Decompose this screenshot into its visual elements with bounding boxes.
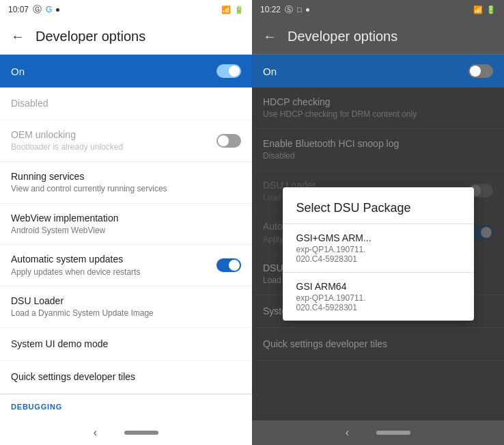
on-toggle-left[interactable] xyxy=(216,64,241,78)
status-icon-r2: □ xyxy=(297,5,302,14)
g-icon: Ⓖ xyxy=(33,3,42,16)
nav-home-pill-right[interactable] xyxy=(376,431,410,435)
dsu-loader-subtitle-left: Load a Dyanmic System Update Image xyxy=(11,308,241,319)
running-services-title: Running services xyxy=(11,170,241,183)
battery-icon-right: 🔋 xyxy=(486,5,496,14)
dialog-item-gsi-arm64[interactable]: GSI ARM64 exp-QP1A.190711.020.C4-5928301 xyxy=(283,272,474,321)
debugging-section-header: DEBUGGING xyxy=(0,394,252,414)
on-label-left: On xyxy=(11,66,25,77)
quick-settings-title-left: Quick settings developer tiles xyxy=(11,370,241,383)
gsi-arm64-title: GSI ARM64 xyxy=(296,281,460,292)
dot-icon-right xyxy=(306,8,309,12)
page-title-right: Developer options xyxy=(288,29,397,44)
auto-updates-title-left: Automatic system updates xyxy=(11,253,216,265)
nav-bar-right: ‹ xyxy=(252,420,504,445)
left-phone: 10:07 Ⓖ G 📶 🔋 ← Developer options On Dis… xyxy=(0,0,252,445)
auto-updates-toggle-left[interactable] xyxy=(216,258,241,272)
setting-usb-debugging[interactable]: USB debugging Debug mode when USB is con… xyxy=(0,414,252,420)
setting-system-ui-demo-left[interactable]: System UI demo mode xyxy=(0,328,252,361)
dsu-loader-title-left: DSU Loader xyxy=(11,295,241,307)
dialog-item-gsi-gms[interactable]: GSI+GMS ARM... exp-QP1A.190711.020.C4-59… xyxy=(283,224,474,272)
header-right: ← Developer options xyxy=(252,19,504,55)
oem-unlocking-subtitle: Bootloader is already unlocked xyxy=(11,142,216,153)
status-bar-left: 10:07 Ⓖ G 📶 🔋 xyxy=(0,0,252,19)
back-button-right[interactable]: ← xyxy=(263,29,277,44)
setting-auto-updates-left[interactable]: Automatic system updates Apply updates w… xyxy=(0,245,252,286)
battery-icon: 🔋 xyxy=(234,5,244,14)
select-dsu-dialog[interactable]: Select DSU Package GSI+GMS ARM... exp-QP… xyxy=(283,187,474,321)
setting-dsu-loader-left[interactable]: DSU Loader Load a Dyanmic System Update … xyxy=(0,286,252,328)
setting-quick-settings-left[interactable]: Quick settings developer tiles xyxy=(0,361,252,394)
setting-webview[interactable]: WebView implementation Android System We… xyxy=(0,204,252,245)
auto-updates-subtitle-left: Apply updates when device restarts xyxy=(11,267,216,278)
right-phone: 10:22 Ⓢ □ 📶 🔋 ← Developer options On HDC… xyxy=(252,0,504,445)
wifi-icon-right: 📶 xyxy=(473,5,483,14)
status-icons-right: 📶 🔋 xyxy=(473,5,496,14)
setting-running-services[interactable]: Running services View and control curren… xyxy=(0,162,252,204)
setting-disabled: Disabled xyxy=(0,87,252,120)
on-bar-left[interactable]: On xyxy=(0,55,252,87)
g-logo: G xyxy=(46,5,52,14)
gsi-gms-subtitle: exp-QP1A.190711.020.C4-5928301 xyxy=(296,245,460,264)
oem-unlocking-title: OEM unlocking xyxy=(11,129,216,141)
on-toggle-right[interactable] xyxy=(468,64,493,78)
header-left: ← Developer options xyxy=(0,19,252,55)
system-ui-demo-title-left: System UI demo mode xyxy=(11,338,241,350)
gsi-arm64-subtitle: exp-QP1A.190711.020.C4-5928301 xyxy=(296,293,460,312)
status-icon-r1: Ⓢ xyxy=(285,4,293,16)
gsi-gms-title: GSI+GMS ARM... xyxy=(296,232,460,243)
nav-bar-left: ‹ xyxy=(0,420,252,445)
on-bar-right[interactable]: On xyxy=(252,55,504,87)
status-time-right: 10:22 Ⓢ □ xyxy=(260,4,309,16)
nav-back-left[interactable]: ‹ xyxy=(94,427,97,439)
status-bar-right: 10:22 Ⓢ □ 📶 🔋 xyxy=(252,0,504,19)
setting-oem-unlocking[interactable]: OEM unlocking Bootloader is already unlo… xyxy=(0,120,252,162)
nav-home-pill-left[interactable] xyxy=(124,431,158,435)
setting-disabled-title: Disabled xyxy=(11,97,241,109)
settings-list-left: Disabled OEM unlocking Bootloader is alr… xyxy=(0,87,252,420)
dot-icon xyxy=(56,8,59,12)
dialog-title: Select DSU Package xyxy=(283,187,474,224)
wifi-icon: 📶 xyxy=(221,5,231,14)
settings-list-right: HDCP checking Use HDCP checking for DRM … xyxy=(252,87,504,420)
back-button-left[interactable]: ← xyxy=(11,29,25,44)
oem-unlocking-toggle[interactable] xyxy=(216,134,241,148)
webview-title: WebView implementation xyxy=(11,212,241,224)
running-services-subtitle: View and control currently running servi… xyxy=(11,184,241,195)
status-icons-left: 📶 🔋 xyxy=(221,5,244,14)
webview-subtitle: Android System WebView xyxy=(11,226,241,237)
status-time-left: 10:07 Ⓖ G xyxy=(8,3,59,16)
time-right: 10:22 xyxy=(260,5,281,14)
dialog-overlay: Select DSU Package GSI+GMS ARM... exp-QP… xyxy=(252,87,504,420)
time-left: 10:07 xyxy=(8,5,29,14)
on-label-right: On xyxy=(263,66,277,77)
page-title-left: Developer options xyxy=(36,29,145,44)
nav-back-right[interactable]: ‹ xyxy=(346,427,349,439)
